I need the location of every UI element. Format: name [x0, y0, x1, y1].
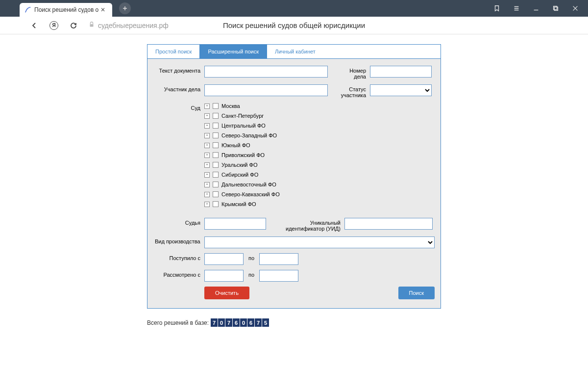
proceeding-type-select[interactable]: [204, 237, 435, 248]
tabs-nav: Простой поиск Расширенный поиск Личный к…: [147, 44, 441, 59]
court-label[interactable]: Санкт-Петербург: [221, 113, 264, 119]
court-label[interactable]: Уральский ФО: [221, 162, 257, 168]
label-participant-status: Статус участника: [338, 84, 370, 98]
received-from-input[interactable]: [204, 253, 244, 265]
search-panel: Текст документа Номер дела Участник дела…: [147, 59, 441, 309]
participant-status-select[interactable]: [370, 84, 432, 96]
expand-icon[interactable]: +: [204, 143, 210, 148]
counter-digit: 7: [211, 318, 218, 327]
court-checkbox[interactable]: [213, 152, 219, 158]
maximize-icon[interactable]: [547, 1, 564, 15]
court-checkbox[interactable]: [213, 182, 219, 187]
court-tree-item: +Москва: [204, 103, 280, 109]
court-tree-item: +Уральский ФО: [204, 162, 280, 168]
menu-icon[interactable]: [508, 1, 525, 15]
expand-icon[interactable]: +: [204, 172, 210, 178]
totals-row: Всего решений в базе: 70760675: [147, 318, 441, 327]
expand-icon[interactable]: +: [204, 133, 210, 138]
label-proceeding-type: Вид производства: [153, 237, 204, 244]
court-tree-item: +Крымский ФО: [204, 201, 280, 207]
court-checkbox[interactable]: [213, 132, 219, 138]
court-tree-item: +Сибирский ФО: [204, 172, 280, 178]
expand-icon[interactable]: +: [204, 162, 210, 168]
expand-icon[interactable]: +: [204, 113, 210, 119]
court-checkbox[interactable]: [213, 201, 219, 207]
back-icon[interactable]: [29, 21, 39, 30]
court-tree: +Москва+Санкт-Петербург+Центральный ФО+С…: [204, 103, 280, 211]
yandex-icon[interactable]: Я: [49, 21, 59, 30]
counter-digit: 0: [218, 318, 225, 327]
search-button[interactable]: Поиск: [398, 287, 435, 299]
tab-cabinet[interactable]: Личный кабинет: [267, 45, 323, 58]
lock-icon: [88, 21, 95, 29]
label-participant: Участник дела: [153, 84, 204, 92]
expand-icon[interactable]: +: [204, 192, 210, 197]
reload-icon[interactable]: [69, 21, 78, 30]
totals-label: Всего решений в базе:: [147, 319, 209, 326]
court-checkbox[interactable]: [213, 142, 219, 148]
tab-advanced[interactable]: Расширенный поиск: [199, 45, 267, 58]
expand-icon[interactable]: +: [204, 202, 210, 207]
new-tab-button[interactable]: [119, 2, 131, 14]
court-label[interactable]: Центральный ФО: [221, 123, 266, 129]
label-judge: Судья: [153, 218, 204, 226]
close-icon[interactable]: [566, 1, 584, 15]
court-tree-item: +Центральный ФО: [204, 123, 280, 129]
label-case-number: Номер дела: [338, 66, 370, 79]
page-title: Поиск решений судов общей юрисдикции: [223, 21, 365, 29]
counter-digit: 0: [240, 318, 247, 327]
expand-icon[interactable]: +: [204, 153, 210, 158]
court-label[interactable]: Приволжский ФО: [221, 152, 265, 158]
counter-digit: 6: [247, 318, 254, 327]
reviewed-from-input[interactable]: [204, 270, 244, 282]
court-label[interactable]: Южный ФО: [221, 142, 250, 148]
browser-toolbar: Я судебныерешения.рф Поиск решений судов…: [0, 17, 588, 34]
court-checkbox[interactable]: [213, 162, 219, 168]
expand-icon[interactable]: +: [204, 104, 210, 109]
court-tree-item: +Северо-Кавказский ФО: [204, 191, 280, 197]
received-to-input[interactable]: [259, 253, 298, 265]
court-tree-item: +Санкт-Петербург: [204, 113, 280, 119]
url-text[interactable]: судебныерешения.рф: [98, 22, 169, 29]
clear-button[interactable]: Очистить: [204, 287, 249, 299]
court-checkbox[interactable]: [213, 172, 219, 178]
court-label[interactable]: Дальневосточный ФО: [221, 182, 276, 187]
tab-favicon: [24, 6, 31, 13]
svg-rect-0: [554, 6, 557, 10]
court-label[interactable]: Москва: [221, 103, 240, 109]
court-checkbox[interactable]: [213, 113, 219, 119]
label-court: Суд: [153, 103, 204, 111]
court-label[interactable]: Сибирский ФО: [221, 172, 258, 178]
participant-input[interactable]: [204, 84, 328, 96]
court-label[interactable]: Северо-Западный ФО: [221, 132, 277, 138]
uid-input[interactable]: [344, 218, 433, 230]
court-checkbox[interactable]: [213, 191, 219, 197]
court-label[interactable]: Северо-Кавказский ФО: [221, 191, 280, 197]
court-label[interactable]: Крымский ФО: [221, 201, 256, 207]
tab-simple[interactable]: Простой поиск: [147, 45, 199, 58]
counter-digit: 7: [225, 318, 232, 327]
browser-tab[interactable]: Поиск решений судов о ✕: [20, 3, 112, 17]
label-to-2: по: [244, 270, 259, 278]
svg-rect-2: [90, 24, 94, 26]
counter-digit: 6: [233, 318, 240, 327]
svg-rect-1: [554, 7, 558, 10]
counter-digit: 5: [262, 318, 269, 327]
bookmark-icon[interactable]: [488, 1, 506, 15]
court-tree-item: +Приволжский ФО: [204, 152, 280, 158]
case-number-input[interactable]: [370, 66, 432, 78]
expand-icon[interactable]: +: [204, 123, 210, 129]
judge-input[interactable]: [204, 218, 266, 230]
window-titlebar: Поиск решений судов о ✕: [0, 0, 588, 17]
label-uid: Уникальный идентификатор (УИД): [276, 218, 344, 232]
tab-close-icon[interactable]: ✕: [98, 5, 107, 14]
minimize-icon[interactable]: [527, 1, 545, 15]
court-checkbox[interactable]: [213, 103, 219, 109]
doc-text-input[interactable]: [204, 66, 328, 78]
label-doc-text: Текст документа: [153, 66, 204, 74]
label-reviewed-from: Рассмотрено с: [153, 270, 204, 278]
expand-icon[interactable]: +: [204, 182, 210, 187]
court-checkbox[interactable]: [213, 123, 219, 129]
reviewed-to-input[interactable]: [259, 270, 298, 282]
label-received-from: Поступило с: [153, 253, 204, 261]
